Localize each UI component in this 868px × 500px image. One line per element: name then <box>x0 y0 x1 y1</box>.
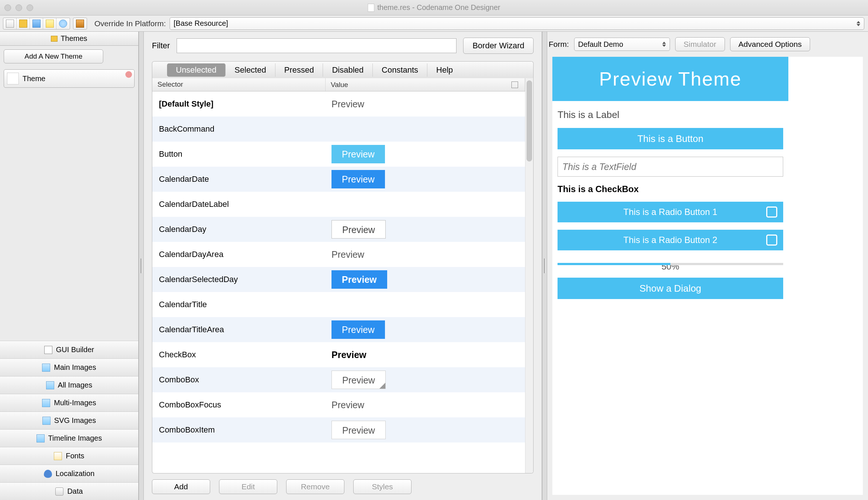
open-button[interactable] <box>17 18 30 29</box>
remove-button[interactable]: Remove <box>286 479 344 494</box>
table-row[interactable]: CheckBoxPreview <box>152 342 525 367</box>
close-window-button[interactable] <box>4 4 11 11</box>
grip-icon <box>544 258 545 273</box>
document-icon <box>368 4 374 12</box>
preview-header: Preview Theme <box>552 57 788 101</box>
titlebar: theme.res - Codename One Designer <box>0 0 868 15</box>
selector-cell: CalendarDateLabel <box>152 199 326 209</box>
simulator-button[interactable]: Simulator <box>675 37 725 51</box>
preview-radio-1[interactable]: This is a Radio Button 1 <box>558 202 783 222</box>
vertical-scrollbar[interactable] <box>525 78 533 473</box>
add-theme-button[interactable]: Add A New Theme <box>4 49 103 63</box>
column-header-selector[interactable]: Selector <box>152 78 326 91</box>
table-row[interactable]: CalendarDatePreview <box>152 167 525 192</box>
vertical-splitter[interactable] <box>139 32 144 500</box>
table-row[interactable]: ComboBoxItemPreview <box>152 417 525 442</box>
sidebar-data[interactable]: Data <box>0 482 138 500</box>
chevron-updown-icon <box>662 42 666 47</box>
table-row[interactable]: ButtonPreview <box>152 142 525 167</box>
form-select[interactable]: Default Demo <box>574 38 670 51</box>
styles-button[interactable]: Styles <box>353 479 412 494</box>
gui-builder-icon <box>44 346 52 354</box>
value-cell: Preview <box>326 320 525 339</box>
selector-cell: CalendarSelectedDay <box>152 275 326 284</box>
tab-selected[interactable]: Selected <box>226 63 275 77</box>
theme-item[interactable]: Theme <box>4 69 135 88</box>
preview-slider[interactable]: 50% <box>558 258 783 270</box>
minimize-window-button[interactable] <box>15 4 22 11</box>
help-icon <box>59 20 67 28</box>
delete-theme-button[interactable] <box>125 71 132 78</box>
sidebar-label: SVG Images <box>54 416 96 425</box>
vertical-splitter-2[interactable] <box>542 32 547 500</box>
table-row[interactable]: CalendarDayAreaPreview <box>152 242 525 267</box>
sidebar-gui-builder[interactable]: GUI Builder <box>0 341 138 358</box>
table-row[interactable]: CalendarDateLabel <box>152 192 525 217</box>
sidebar-multi-images[interactable]: Multi-Images <box>0 394 138 412</box>
sidebar-timeline-images[interactable]: Timeline Images <box>0 429 138 447</box>
edit-entry-button[interactable]: Edit <box>219 479 277 494</box>
border-wizard-button[interactable]: Border Wizard <box>463 38 534 54</box>
zoom-window-button[interactable] <box>27 4 33 11</box>
center-panel: Filter Border Wizard Unselected Selected… <box>144 32 542 500</box>
value-cell: Preview <box>326 421 525 439</box>
radio-box-icon <box>766 206 777 218</box>
pin-icon <box>44 470 52 478</box>
override-platform-select[interactable]: [Base Resource] <box>170 17 864 30</box>
selector-cell: [Default Style] <box>152 99 326 109</box>
edit-button[interactable] <box>43 18 56 29</box>
tab-constants[interactable]: Constants <box>373 63 427 77</box>
column-header-value[interactable]: Value <box>326 78 525 91</box>
preview-checkbox[interactable]: This is a CheckBox <box>558 184 783 194</box>
scrollbar-thumb[interactable] <box>527 80 532 162</box>
preview-dialog-button[interactable]: Show a Dialog <box>558 278 783 299</box>
save-icon <box>32 20 41 28</box>
sidebar-svg-images[interactable]: SVG Images <box>0 412 138 429</box>
sidebar-label: Fonts <box>66 452 84 460</box>
new-file-button[interactable] <box>3 18 17 29</box>
selector-cell: BackCommand <box>152 124 326 134</box>
exit-button[interactable] <box>73 18 87 29</box>
main-toolbar: Override In Platform: [Base Resource] <box>0 15 868 32</box>
sidebar-main-images[interactable]: Main Images <box>0 358 138 376</box>
tab-pressed[interactable]: Pressed <box>275 63 323 77</box>
table-row[interactable]: BackCommand <box>152 117 525 142</box>
sidebar-label: All Images <box>58 381 92 389</box>
filter-input[interactable] <box>177 38 457 53</box>
sidebar-all-images[interactable]: All Images <box>0 376 138 394</box>
images-icon <box>46 381 54 389</box>
tab-unselected[interactable]: Unselected <box>167 63 226 77</box>
tab-help[interactable]: Help <box>427 63 462 77</box>
save-button[interactable] <box>30 18 43 29</box>
selector-table: Selector Value [Default Style]PreviewBac… <box>152 78 525 473</box>
selector-cell: CalendarTitle <box>152 300 326 309</box>
table-row[interactable]: ComboBoxPreview <box>152 367 525 392</box>
advanced-options-button[interactable]: Advanced Options <box>730 37 810 51</box>
table-row[interactable]: CalendarTitleAreaPreview <box>152 317 525 342</box>
tab-disabled[interactable]: Disabled <box>323 63 373 77</box>
table-row[interactable]: ComboBoxFocusPreview <box>152 392 525 417</box>
images-icon <box>37 434 45 442</box>
sidebar-label: Data <box>67 487 83 496</box>
exit-tool-group <box>73 18 87 29</box>
table-row[interactable]: CalendarDayPreview <box>152 217 525 242</box>
preview-radio-2[interactable]: This is a Radio Button 2 <box>558 230 783 250</box>
sidebar-label: GUI Builder <box>56 346 94 354</box>
value-cell: Preview <box>326 400 525 410</box>
preview-textfield[interactable] <box>558 157 783 177</box>
add-button[interactable]: Add <box>152 479 210 494</box>
images-icon <box>42 364 50 372</box>
form-value: Default Demo <box>578 40 623 49</box>
window-title-text: theme.res - Codename One Designer <box>377 3 500 12</box>
table-row[interactable]: CalendarTitle <box>152 292 525 317</box>
column-menu-icon[interactable] <box>511 81 518 88</box>
sidebar-fonts[interactable]: Fonts <box>0 447 138 465</box>
preview-button[interactable]: This is a Button <box>558 128 783 149</box>
value-cell: Preview <box>326 170 525 188</box>
table-row[interactable]: [Default Style]Preview <box>152 91 525 117</box>
form-label: Form: <box>549 40 569 49</box>
grip-icon <box>140 258 142 273</box>
help-button[interactable] <box>56 18 70 29</box>
sidebar-localization[interactable]: Localization <box>0 465 138 482</box>
table-row[interactable]: CalendarSelectedDayPreview <box>152 267 525 292</box>
